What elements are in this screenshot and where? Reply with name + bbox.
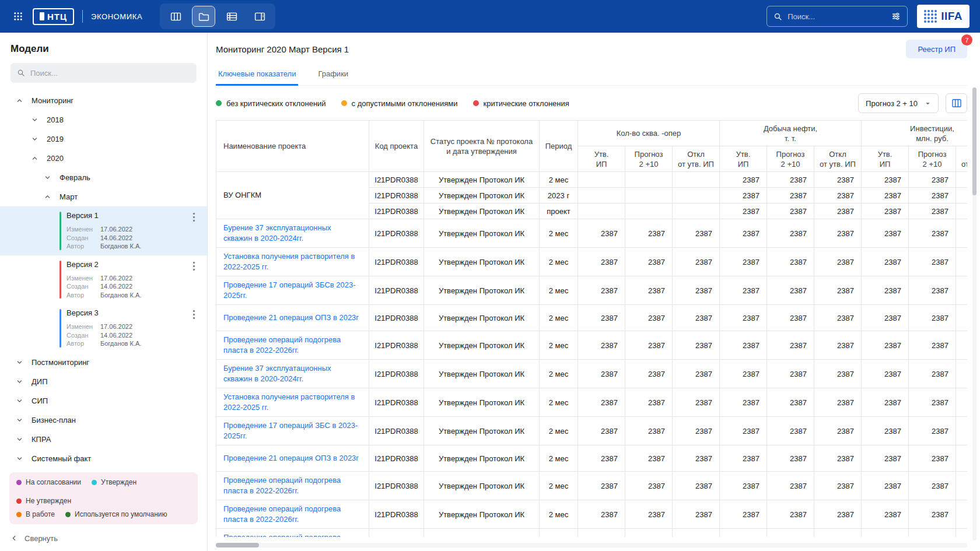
project-link[interactable]: Проведение 21 операция ОПЗ в 2023г bbox=[223, 313, 359, 322]
project-status-cell: Утвержден Протокол ИК bbox=[424, 172, 540, 188]
horizontal-scrollbar[interactable] bbox=[216, 543, 967, 548]
project-link[interactable]: Бурение 37 эксплуатационных скважин в 20… bbox=[223, 364, 331, 383]
value-cell bbox=[673, 188, 720, 203]
project-status-cell: Утвержден Протокол ИК bbox=[424, 276, 540, 305]
value-cell: 2387 bbox=[625, 360, 673, 388]
version-card[interactable]: Версия 1Изменен17.06.2022Создан14.06.202… bbox=[0, 206, 207, 255]
status-dot bbox=[65, 512, 71, 517]
status-legend-item: В работе bbox=[16, 510, 55, 518]
project-link[interactable]: Проведение операций подогрева пласта в 2… bbox=[223, 504, 341, 524]
value-cell: 2387 bbox=[814, 172, 862, 188]
version-card[interactable]: Версия 3Изменен17.06.2022Создан14.06.202… bbox=[0, 304, 207, 353]
value-cell: 2387 bbox=[673, 529, 720, 538]
project-link[interactable]: Проведение операций подогрева пласта в 2… bbox=[223, 476, 341, 495]
apps-grid-button[interactable] bbox=[10, 9, 26, 24]
version-menu-button[interactable] bbox=[189, 211, 199, 225]
tree-item[interactable]: 2018 bbox=[0, 110, 207, 129]
table-row: Проведение операций подогрева пласта в 2… bbox=[216, 472, 968, 500]
version-card[interactable]: Версия 2Изменен17.06.2022Создан14.06.202… bbox=[0, 255, 207, 304]
value-cell: 2387 bbox=[814, 219, 862, 248]
value-cell: 2387 bbox=[673, 417, 720, 445]
horizontal-scrollbar-thumb[interactable] bbox=[216, 543, 259, 548]
column-settings-button[interactable] bbox=[946, 93, 967, 113]
project-code-cell: I21PDR0388 bbox=[369, 305, 424, 331]
ntc-logo-glyph bbox=[40, 12, 44, 20]
vertical-scrollbar-thumb[interactable] bbox=[972, 87, 977, 195]
value-cell: 2387 bbox=[862, 172, 909, 188]
value-cell: 2387 bbox=[862, 388, 909, 417]
project-name-cell: Установка получения растворителя в 2022-… bbox=[216, 388, 369, 417]
value-cell: 2387 bbox=[625, 248, 673, 276]
value-cell: 2387 bbox=[720, 529, 767, 538]
tree-item[interactable]: 2019 bbox=[0, 129, 207, 149]
value-cell: 2387 bbox=[578, 248, 625, 276]
value-cell bbox=[673, 172, 720, 188]
tree-item[interactable]: Постмониторинг bbox=[0, 353, 207, 372]
version-accent-bar bbox=[60, 212, 61, 250]
project-status-cell: Утвержден Протокол ИК bbox=[424, 219, 540, 248]
status-legend-item: Не утвержден bbox=[16, 497, 71, 505]
sidebar-search-input[interactable] bbox=[30, 69, 191, 78]
side-panel-view-button[interactable] bbox=[249, 6, 271, 26]
column-subheader: Откл от утв. ИП bbox=[814, 146, 862, 172]
value-cell: 2387 bbox=[625, 388, 673, 417]
version-menu-button[interactable] bbox=[189, 260, 199, 274]
project-code-cell: I21PDR0388 bbox=[369, 172, 424, 188]
columns-view-button[interactable] bbox=[164, 6, 187, 26]
project-link[interactable]: Проведение операций подогрева пласта в 2… bbox=[223, 533, 341, 537]
project-link[interactable]: Бурение 37 эксплуатационных скважин в 20… bbox=[223, 223, 331, 243]
tree-item[interactable]: Системный факт bbox=[0, 449, 207, 467]
project-link[interactable]: Проведение 17 операций ЗБСв 2023-2025гг. bbox=[223, 280, 356, 300]
project-link[interactable]: Установка получения растворителя в 2022-… bbox=[223, 392, 355, 412]
tree-item[interactable]: Бизнес-план bbox=[0, 410, 207, 430]
value-cell: 2387 bbox=[909, 529, 956, 538]
project-link[interactable]: Проведение 17 операций ЗБС в 2023-2025гг… bbox=[223, 421, 358, 440]
column-header: Наименование проекта bbox=[216, 121, 369, 172]
project-name-cell: Проведение операций подогрева пласта в 2… bbox=[216, 500, 369, 529]
value-cell: 2387 bbox=[862, 500, 909, 529]
column-subheader: Прогноз 2 +10 bbox=[625, 146, 673, 172]
tree-item[interactable]: Февраль bbox=[0, 168, 207, 187]
project-link[interactable]: Проведение операций подогрева пласта в 2… bbox=[223, 335, 341, 355]
tree-item[interactable]: ДИП bbox=[0, 372, 207, 391]
vertical-scrollbar[interactable] bbox=[972, 87, 977, 541]
project-status-cell: Утвержден Протокол ИК bbox=[424, 360, 540, 388]
forecast-select[interactable]: Прогноз 2 + 10 bbox=[858, 93, 939, 113]
project-link[interactable]: Установка получения растворителя в 2022-… bbox=[223, 252, 355, 271]
columns-view-icon bbox=[170, 10, 182, 23]
value-cell: 2387 bbox=[956, 248, 967, 276]
tree-item[interactable]: КПРА bbox=[0, 430, 207, 449]
registry-button[interactable]: Реестр ИП 7 bbox=[906, 40, 967, 58]
value-cell: 2387 bbox=[720, 219, 767, 248]
folder-view-button[interactable] bbox=[192, 6, 215, 26]
project-name-cell: Проведение операций подогрева пласта в 2… bbox=[216, 472, 369, 500]
value-cell: 2387 bbox=[767, 203, 814, 219]
version-field: Изменен17.06.2022 bbox=[66, 274, 199, 283]
tree-item[interactable]: Март bbox=[0, 187, 207, 206]
value-cell: 2387 bbox=[720, 331, 767, 360]
column-subheader: Утв. ИП bbox=[862, 146, 909, 172]
value-cell bbox=[625, 203, 673, 219]
column-subheader: Откл от утв. ИП bbox=[956, 146, 967, 172]
tree-item[interactable]: 2020 bbox=[0, 149, 207, 168]
sidebar-collapse-button[interactable]: Свернуть bbox=[0, 529, 207, 551]
value-cell: 2387 bbox=[625, 276, 673, 305]
topbar-search-input[interactable] bbox=[788, 12, 886, 21]
tab[interactable]: Ключевые показатели bbox=[216, 64, 298, 86]
tab[interactable]: Графики bbox=[316, 64, 351, 86]
value-cell: 2387 bbox=[862, 472, 909, 500]
value-cell: 2387 bbox=[862, 219, 909, 248]
project-link[interactable]: Проведение 21 операция ОПЗ в 2023г bbox=[223, 454, 359, 462]
status-legend-item: На согласовании bbox=[16, 478, 81, 486]
version-menu-button[interactable] bbox=[189, 308, 199, 322]
value-cell: 2387 bbox=[767, 305, 814, 331]
value-cell: 2387 bbox=[767, 500, 814, 529]
filter-tune-icon[interactable] bbox=[891, 11, 901, 22]
value-cell: 2387 bbox=[862, 529, 909, 538]
tree-item[interactable]: Мониторинг bbox=[0, 91, 207, 110]
ntc-logo: НТЦ bbox=[33, 8, 74, 25]
list-view-button[interactable] bbox=[220, 6, 243, 26]
page-layout: Модели Мониторинг201820192020ФевральМарт… bbox=[0, 33, 980, 551]
iifa-dot-grid-icon bbox=[924, 10, 937, 23]
tree-item[interactable]: СИП bbox=[0, 391, 207, 410]
